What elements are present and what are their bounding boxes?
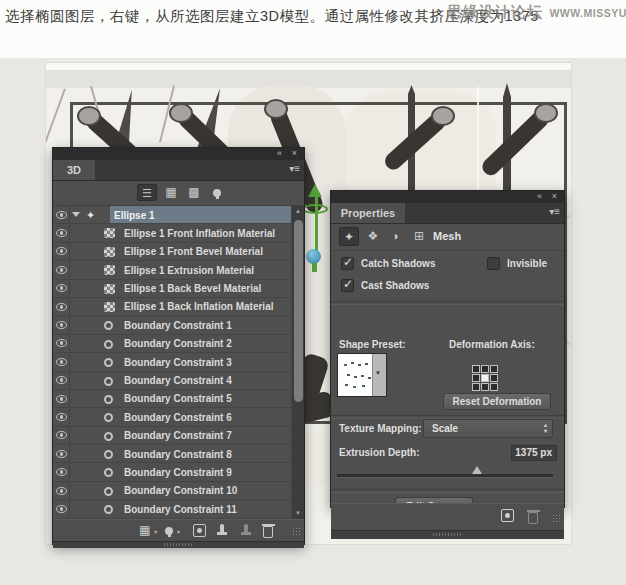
checkbox-label: Cast Shadows (361, 280, 429, 291)
shape-preset-dropdown[interactable] (337, 353, 387, 397)
deformation-axis-grid[interactable] (473, 366, 497, 390)
visibility-eye-icon[interactable] (53, 224, 70, 241)
3d-panel-bottom-edge[interactable] (53, 541, 304, 548)
layer-row[interactable]: Boundary Constraint 2 (53, 335, 304, 353)
layer-row[interactable]: Ellipse 1 Back Inflation Material (53, 298, 304, 316)
visibility-eye-icon[interactable] (53, 500, 70, 517)
mesh-icon (86, 209, 95, 221)
panel-menu-icon[interactable] (289, 163, 300, 174)
layer-row[interactable]: Boundary Constraint 7 (53, 427, 304, 445)
layer-label: Ellipse 1 Back Inflation Material (124, 301, 274, 312)
extrusion-depth-slider[interactable] (337, 474, 553, 478)
checkbox-icon[interactable] (341, 257, 354, 270)
cap-mode-icon[interactable] (386, 227, 406, 246)
add-light-icon[interactable] (165, 524, 173, 537)
3d-panel-tabs: 3D (53, 160, 304, 181)
extrusion-depth-value[interactable]: 1375 px (511, 445, 557, 461)
dropdown-arrow-icon[interactable] (372, 354, 386, 396)
layer-row[interactable]: Boundary Constraint 10 (53, 482, 304, 500)
delete-icon[interactable] (263, 526, 273, 538)
layer-row[interactable]: Boundary Constraint 4 (53, 372, 304, 390)
delete-icon[interactable] (528, 512, 538, 524)
layer-row[interactable]: Boundary Constraint 6 (53, 408, 304, 426)
resize-grip-icon[interactable] (292, 527, 301, 536)
filter-materials-icon[interactable] (184, 184, 204, 201)
panel-menu-icon[interactable] (549, 206, 560, 217)
gizmo-arrow-icon[interactable] (308, 184, 322, 197)
properties-body: Catch Shadows Invisible Cast Shadows Sha… (331, 251, 564, 503)
gizmo-center-ball[interactable] (306, 249, 321, 264)
visibility-eye-icon[interactable] (53, 390, 70, 407)
layer-row[interactable]: Ellipse 1 Front Bevel Material (53, 243, 304, 261)
3d-panel: « × 3D Ellipse 1Ellipse 1 Front Inflatio… (52, 147, 305, 545)
cast-shadows-checkbox[interactable]: Cast Shadows (341, 279, 429, 292)
reset-deformation-button[interactable]: Reset Deformation (443, 393, 551, 410)
filter-meshes-icon[interactable] (161, 184, 181, 201)
coordinates-mode-icon[interactable] (409, 227, 429, 246)
filter-lights-icon[interactable] (207, 184, 227, 201)
layer-row[interactable]: Ellipse 1 Extrusion Material (53, 261, 304, 279)
visibility-eye-icon[interactable] (53, 206, 70, 223)
visibility-eye-icon[interactable] (53, 482, 70, 499)
visibility-eye-icon[interactable] (53, 353, 70, 370)
visibility-eye-icon[interactable] (53, 372, 70, 389)
scroll-down-icon[interactable] (292, 508, 304, 519)
collapse-panel-icon[interactable]: « (537, 191, 542, 202)
add-environment-icon[interactable] (193, 524, 206, 537)
layer-row[interactable]: Ellipse 1 Front Inflation Material (53, 224, 304, 242)
add-mesh-icon[interactable] (139, 524, 150, 537)
texture-mapping-select[interactable]: Scale (423, 419, 553, 438)
constraint-icon (104, 450, 113, 459)
properties-bottom-edge[interactable] (331, 530, 564, 539)
resize-grip-icon[interactable] (552, 514, 561, 523)
layer-row[interactable]: Boundary Constraint 3 (53, 353, 304, 371)
checkbox-icon[interactable] (341, 279, 354, 292)
render-stamp-alt-icon[interactable] (240, 524, 252, 537)
visibility-eye-icon[interactable] (53, 261, 70, 278)
scroll-up-icon[interactable] (292, 206, 304, 217)
environment-toggle-icon[interactable] (501, 509, 514, 522)
close-panel-icon[interactable]: × (292, 148, 297, 159)
visibility-eye-icon[interactable] (53, 445, 70, 462)
layer-row[interactable]: Ellipse 1 (53, 206, 304, 224)
render-stamp-icon[interactable] (216, 524, 228, 537)
drag-handle-icon[interactable] (164, 543, 194, 546)
layer-row[interactable]: Boundary Constraint 9 (53, 463, 304, 481)
visibility-eye-icon[interactable] (53, 298, 70, 315)
collapse-panel-icon[interactable]: « (277, 148, 282, 159)
visibility-eye-icon[interactable] (53, 463, 70, 480)
filter-whole-scene-icon[interactable] (137, 184, 157, 201)
checkbox-icon[interactable] (487, 257, 500, 270)
deformation-axis-label: Deformation Axis: (449, 339, 535, 350)
close-panel-icon[interactable]: × (552, 191, 557, 202)
scrollbar-thumb[interactable] (294, 220, 303, 402)
slider-thumb-icon[interactable] (472, 466, 482, 474)
layer-label: Boundary Constraint 7 (124, 430, 232, 441)
visibility-eye-icon[interactable] (53, 427, 70, 444)
layer-row[interactable]: Ellipse 1 Back Bevel Material (53, 280, 304, 298)
layer-row[interactable]: Boundary Constraint 8 (53, 445, 304, 463)
layer-row[interactable]: Boundary Constraint 11 (53, 500, 304, 518)
pin-cap (534, 103, 558, 123)
expand-triangle-icon[interactable] (72, 212, 80, 217)
properties-tabs: Properties (331, 203, 564, 224)
visibility-eye-icon[interactable] (53, 243, 70, 260)
layer-row[interactable]: Boundary Constraint 5 (53, 390, 304, 408)
constraint-icon (104, 377, 113, 386)
tab-3d[interactable]: 3D (53, 160, 95, 180)
catch-shadows-checkbox[interactable]: Catch Shadows (341, 257, 435, 270)
gizmo-rotate-ring[interactable] (302, 204, 328, 214)
layer-row[interactable]: Boundary Constraint 1 (53, 316, 304, 334)
texture-mapping-value: Scale (432, 423, 458, 434)
visibility-eye-icon[interactable] (53, 280, 70, 297)
mesh-mode-icon[interactable] (339, 227, 359, 246)
scrollbar[interactable] (291, 206, 304, 519)
visibility-eye-icon[interactable] (53, 408, 70, 425)
visibility-eye-icon[interactable] (53, 316, 70, 333)
layer-label: Boundary Constraint 3 (124, 357, 232, 368)
tab-properties[interactable]: Properties (331, 203, 405, 223)
visibility-eye-icon[interactable] (53, 335, 70, 352)
invisible-checkbox[interactable]: Invisible (487, 257, 547, 270)
drag-handle-icon[interactable] (433, 533, 463, 536)
deform-mode-icon[interactable] (363, 227, 383, 246)
